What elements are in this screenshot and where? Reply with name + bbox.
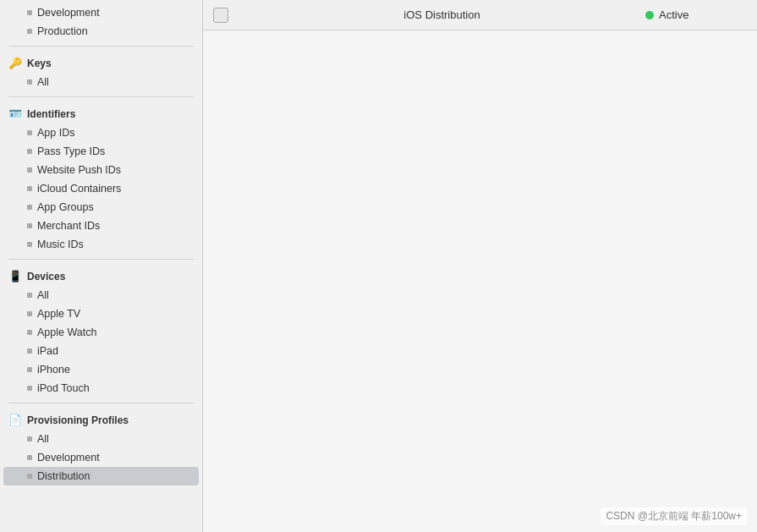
row-name: iOS Distribution xyxy=(239,8,645,21)
item-bullet-icon xyxy=(27,436,32,442)
sidebar-item-apple-watch[interactable]: Apple Watch xyxy=(3,323,199,342)
status-dot-icon xyxy=(645,11,654,19)
sidebar-item-iphone[interactable]: iPhone xyxy=(3,360,199,379)
row-status: Active xyxy=(645,8,747,21)
provisioning-header: 📄 Provisioning Profiles xyxy=(0,409,202,430)
sidebar-item-label: iCloud Containers xyxy=(37,183,121,195)
sidebar-item-label: Apple TV xyxy=(37,308,80,320)
divider-4 xyxy=(8,403,194,403)
item-bullet-icon xyxy=(27,348,32,354)
sidebar-item-label: Apple Watch xyxy=(37,326,96,338)
item-bullet-icon xyxy=(27,311,32,316)
item-bullet-icon xyxy=(27,186,32,191)
sidebar-item-website-push-ids[interactable]: Website Push IDs xyxy=(3,161,199,179)
keys-icon: 🔑 xyxy=(8,57,22,69)
sidebar-item-label: iPhone xyxy=(37,364,70,376)
sidebar-item-label: App Groups xyxy=(37,201,94,213)
provisioning-icon: 📄 xyxy=(8,414,22,426)
sidebar-section-keys: 🔑 Keys All xyxy=(0,52,202,91)
sidebar: Development Production 🔑 Keys All 🪪 xyxy=(0,0,203,532)
sidebar-item-keys-all[interactable]: All xyxy=(3,73,199,91)
sidebar-item-production[interactable]: Production xyxy=(3,22,199,41)
sidebar-item-profiles-all[interactable]: All xyxy=(3,430,199,448)
sidebar-item-label: All xyxy=(37,289,49,301)
divider-2 xyxy=(8,96,194,97)
sidebar-item-label: iPod Touch xyxy=(37,382,90,394)
sidebar-item-profiles-distribution[interactable]: Distribution xyxy=(3,467,199,485)
item-bullet-icon xyxy=(27,130,32,135)
main-table: iOS Distribution Active xyxy=(203,0,757,532)
item-bullet-icon xyxy=(27,167,32,173)
sidebar-item-development[interactable]: Development xyxy=(3,3,199,22)
devices-icon: 📱 xyxy=(8,270,22,282)
watermark: CSDN @北京前端 年薪100w+ xyxy=(601,507,747,525)
sidebar-section-provisioning: 📄 Provisioning Profiles All Development … xyxy=(0,409,202,485)
sidebar-item-ipod-touch[interactable]: iPod Touch xyxy=(3,379,199,398)
identifiers-icon: 🪪 xyxy=(8,107,22,120)
sidebar-item-label: Merchant IDs xyxy=(37,220,100,232)
item-bullet-icon xyxy=(27,80,32,85)
sidebar-item-label: Pass Type IDs xyxy=(37,145,105,157)
identifiers-header-label: Identifiers xyxy=(27,108,75,120)
sidebar-item-label: Music IDs xyxy=(37,239,84,250)
item-bullet-icon xyxy=(27,10,32,15)
item-bullet-icon xyxy=(27,29,32,34)
keys-header-label: Keys xyxy=(27,58,52,69)
sidebar-item-pass-type-ids[interactable]: Pass Type IDs xyxy=(3,142,199,161)
divider-3 xyxy=(8,259,194,260)
sidebar-item-label: All xyxy=(37,76,49,88)
table-row[interactable]: iOS Distribution Active xyxy=(203,0,757,30)
item-bullet-icon xyxy=(27,386,32,391)
sidebar-section-identifiers: 🪪 Identifiers App IDs Pass Type IDs Webs… xyxy=(0,102,202,254)
sidebar-item-label: Development xyxy=(37,452,100,463)
row-checkbox[interactable] xyxy=(213,8,228,23)
devices-header-label: Devices xyxy=(27,271,65,282)
sidebar-item-music-ids[interactable]: Music IDs xyxy=(3,235,199,254)
status-label: Active xyxy=(659,8,688,21)
sidebar-item-app-groups[interactable]: App Groups xyxy=(3,198,199,217)
sidebar-item-merchant-ids[interactable]: Merchant IDs xyxy=(3,217,199,235)
sidebar-item-label: Distribution xyxy=(37,470,91,482)
item-bullet-icon xyxy=(27,293,32,298)
main-content: iOS Distribution Active xyxy=(203,0,757,532)
item-bullet-icon xyxy=(27,455,32,460)
item-bullet-icon xyxy=(27,242,32,247)
keys-header: 🔑 Keys xyxy=(0,52,202,73)
item-bullet-icon xyxy=(27,149,32,154)
item-bullet-icon xyxy=(27,330,32,335)
sidebar-item-label: Production xyxy=(37,25,88,37)
sidebar-item-label: iPad xyxy=(37,345,58,357)
item-bullet-icon xyxy=(27,205,32,210)
sidebar-item-apple-tv[interactable]: Apple TV xyxy=(3,304,199,323)
sidebar-section-certificates: Development Production xyxy=(0,3,202,41)
sidebar-item-devices-all[interactable]: All xyxy=(3,286,199,304)
app-container: Development Production 🔑 Keys All 🪪 xyxy=(0,0,757,532)
item-bullet-icon xyxy=(27,223,32,228)
sidebar-item-label: App IDs xyxy=(37,127,74,139)
sidebar-item-app-ids[interactable]: App IDs xyxy=(3,123,199,142)
provisioning-header-label: Provisioning Profiles xyxy=(27,414,129,426)
sidebar-item-label: All xyxy=(37,433,49,445)
devices-header: 📱 Devices xyxy=(0,265,202,286)
sidebar-item-label: Development xyxy=(37,7,100,19)
identifiers-header: 🪪 Identifiers xyxy=(0,102,202,123)
sidebar-item-profiles-development[interactable]: Development xyxy=(3,448,199,467)
sidebar-item-label: Website Push IDs xyxy=(37,164,121,176)
divider-1 xyxy=(8,46,194,47)
item-bullet-icon xyxy=(27,367,32,372)
sidebar-item-icloud-containers[interactable]: iCloud Containers xyxy=(3,179,199,198)
sidebar-item-ipad[interactable]: iPad xyxy=(3,342,199,360)
item-bullet-icon xyxy=(27,474,32,479)
sidebar-section-devices: 📱 Devices All Apple TV Apple Watch iPad xyxy=(0,265,202,398)
